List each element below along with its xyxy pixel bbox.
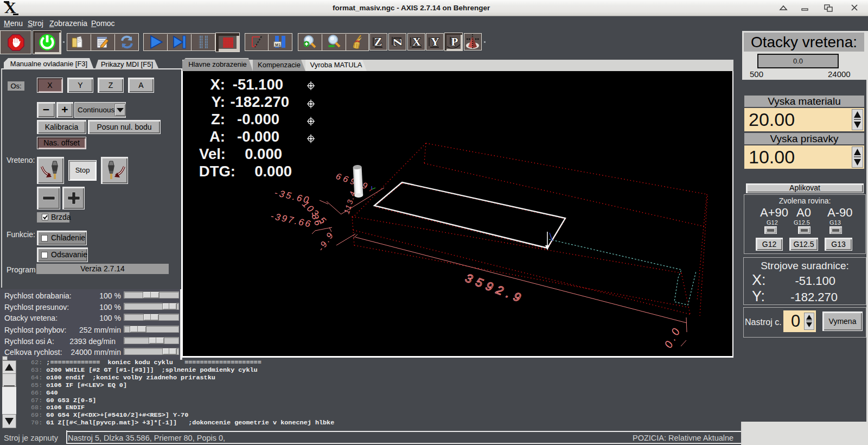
svg-text:Y:: Y: (212, 93, 225, 110)
svg-text:X:: X: (210, 76, 226, 93)
svg-text:-51.100: -51.100 (233, 76, 283, 93)
svg-text:X: X (412, 35, 421, 48)
svg-text:-9.9: -9.9 (316, 230, 335, 252)
svg-text:Z: Z (391, 39, 405, 47)
svg-text:669.9: 669.9 (335, 171, 371, 192)
svg-text:Vel:: Vel: (199, 145, 226, 162)
svg-text:Z: Z (374, 35, 382, 48)
svg-text:-0.000: -0.000 (237, 111, 279, 128)
svg-text:-0.000: -0.000 (237, 128, 279, 145)
svg-text:-182.270: -182.270 (230, 93, 289, 110)
svg-text:A:: A: (209, 128, 225, 145)
svg-text:P: P (451, 35, 458, 48)
svg-text:DTG:: DTG: (199, 163, 235, 180)
svg-text:0.000: 0.000 (254, 163, 292, 180)
svg-text:-397.66: -397.66 (270, 211, 313, 230)
svg-text:0.0: 0.0 (662, 324, 684, 350)
svg-text:Y: Y (431, 35, 439, 48)
svg-text:Z:: Z: (211, 111, 225, 128)
svg-text:3592.9: 3592.9 (463, 271, 527, 306)
svg-text:M1: M1 (275, 42, 280, 47)
svg-text:0.000: 0.000 (245, 145, 282, 162)
